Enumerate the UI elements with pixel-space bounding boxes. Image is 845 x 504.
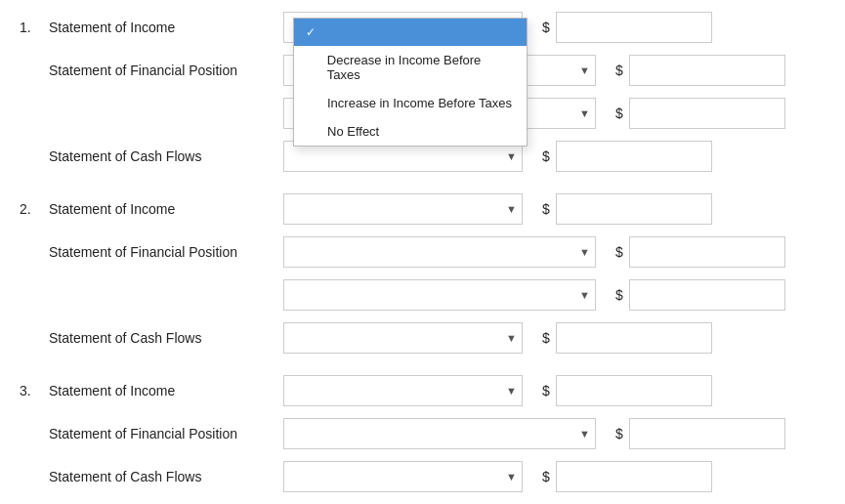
row-2-cashflows-amount[interactable] <box>556 322 712 354</box>
dropdown-item-increase[interactable]: Increase in Income Before Taxes <box>294 89 527 117</box>
row-1-position-amount-1[interactable] <box>629 55 785 86</box>
row-3-income: 3. Statement of Income Decrease in Incom… <box>20 373 825 408</box>
row-1-position-dollar-1: $ <box>615 63 623 78</box>
row-2-position-amount-2[interactable] <box>629 279 785 311</box>
row-3-income-select[interactable]: Decrease in Income Before Taxes Increase… <box>283 375 523 406</box>
row-2-income-label: Statement of Income <box>49 201 283 217</box>
row-3-cashflows-select[interactable]: Decrease in Income Before Taxes Increase… <box>283 461 523 492</box>
dropdown-item-noeffect[interactable]: No Effect <box>294 117 527 146</box>
row-1-position-amount-2[interactable] <box>629 98 785 129</box>
row-1-income-dollar: $ <box>542 20 550 35</box>
dropdown-overlay: ✓ Decrease in Income Before Taxes Increa… <box>293 18 528 147</box>
row-3-position-amount-1[interactable] <box>629 418 785 449</box>
main-container: 1. Statement of Income Decrease in Incom… <box>0 0 845 504</box>
row-3-income-label: Statement of Income <box>49 383 283 399</box>
row-3-income-select-wrapper: Decrease in Income Before Taxes Increase… <box>283 375 523 406</box>
row-3-position: Statement of Financial Position Decrease… <box>20 416 825 451</box>
row-2-income-select[interactable]: Decrease in Income Before Taxes Increase… <box>283 193 523 225</box>
row-2-position-label: Statement of Financial Position <box>49 244 283 260</box>
row-2-cashflows-select[interactable]: Decrease in Income Before Taxes Increase… <box>283 322 523 354</box>
row-number-1: 1. <box>20 20 49 35</box>
row-1-cashflows-label: Statement of Cash Flows <box>49 148 283 164</box>
row-2-income-dollar: $ <box>542 201 550 217</box>
row-2-income-select-wrapper: Decrease in Income Before Taxes Increase… <box>283 193 523 225</box>
row-number-3: 3. <box>20 383 49 399</box>
row-1-position-label: Statement of Financial Position <box>49 63 283 78</box>
row-1-cashflows-amount[interactable] <box>556 141 712 172</box>
row-3-cashflows-select-wrapper: Decrease in Income Before Taxes Increase… <box>283 461 523 492</box>
row-2-cashflows: Statement of Cash Flows Decrease in Inco… <box>20 320 825 356</box>
row-2-position-dollar-2: $ <box>615 287 623 303</box>
dropdown-item-noeffect-label: No Effect <box>327 124 379 139</box>
row-2-position-dollar-1: $ <box>615 244 623 260</box>
row-1-position-dollar-2: $ <box>615 105 623 121</box>
row-3-cashflows: Statement of Cash Flows Decrease in Inco… <box>20 459 825 494</box>
row-3-position-dollar-1: $ <box>615 426 623 441</box>
row-2-position-select-wrapper-2: Decrease in Income Before Taxes Increase… <box>283 279 596 311</box>
row-1-cashflows-dollar: $ <box>542 148 550 164</box>
row-2-income-amount[interactable] <box>556 193 712 225</box>
dropdown-item-empty[interactable]: ✓ <box>294 19 527 46</box>
row-1-income-label: Statement of Income <box>49 20 283 35</box>
row-3-cashflows-amount[interactable] <box>556 461 712 492</box>
row-2-income: 2. Statement of Income Decrease in Incom… <box>20 191 825 227</box>
row-2-cashflows-select-wrapper: Decrease in Income Before Taxes Increase… <box>283 322 523 354</box>
dropdown-item-increase-label: Increase in Income Before Taxes <box>327 96 512 110</box>
checkmark-icon: ✓ <box>306 25 319 39</box>
row-1-income-amount[interactable] <box>556 12 712 43</box>
row-3-cashflows-label: Statement of Cash Flows <box>49 469 283 484</box>
row-2-position-sub2: Decrease in Income Before Taxes Increase… <box>20 277 825 313</box>
row-2-position-select-2[interactable]: Decrease in Income Before Taxes Increase… <box>283 279 596 311</box>
row-3-position-select-1[interactable]: Decrease in Income Before Taxes Increase… <box>283 418 596 449</box>
row-2-cashflows-dollar: $ <box>542 330 550 346</box>
row-group-3: 3. Statement of Income Decrease in Incom… <box>20 373 825 494</box>
dropdown-item-decrease-label: Decrease in Income Before Taxes <box>327 53 515 82</box>
row-3-position-label: Statement of Financial Position <box>49 426 283 441</box>
row-number-2: 2. <box>20 201 49 217</box>
row-group-2: 2. Statement of Income Decrease in Incom… <box>20 191 825 356</box>
row-2-position: Statement of Financial Position Decrease… <box>20 234 825 270</box>
row-3-income-amount[interactable] <box>556 375 712 406</box>
row-2-position-select-1[interactable]: Decrease in Income Before Taxes Increase… <box>283 236 596 268</box>
row-2-position-amount-1[interactable] <box>629 236 785 268</box>
dropdown-item-decrease[interactable]: Decrease in Income Before Taxes <box>294 46 527 89</box>
row-2-cashflows-label: Statement of Cash Flows <box>49 330 283 346</box>
row-2-position-select-wrapper-1: Decrease in Income Before Taxes Increase… <box>283 236 596 268</box>
row-3-position-select-wrapper-1: Decrease in Income Before Taxes Increase… <box>283 418 596 449</box>
row-3-income-dollar: $ <box>542 383 550 399</box>
row-3-cashflows-dollar: $ <box>542 469 550 484</box>
